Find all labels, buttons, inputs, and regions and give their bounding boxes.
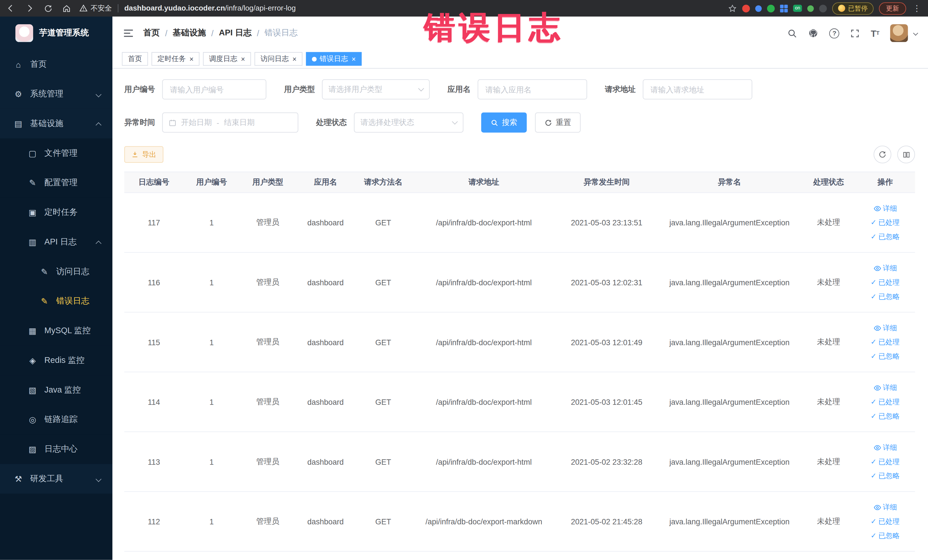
fullscreen-icon[interactable] bbox=[850, 28, 860, 38]
sidebar-menu-item[interactable]: ▨ 日志中心 bbox=[0, 435, 112, 464]
view-tab[interactable]: 首页 bbox=[122, 52, 148, 66]
process-status-select[interactable]: 请选择处理状态 bbox=[354, 112, 464, 133]
mark-processed-link[interactable]: ✓已处理 bbox=[871, 217, 900, 227]
github-icon[interactable] bbox=[808, 28, 819, 38]
detail-link[interactable]: 详细 bbox=[873, 443, 897, 452]
extension-icon-puzzle[interactable] bbox=[819, 5, 827, 12]
sidebar-menu-item[interactable]: ▤ 基础设施 bbox=[0, 109, 112, 139]
sidebar-logo-row[interactable]: 芋道管理系统 bbox=[0, 17, 112, 50]
breadcrumb-item-api-log[interactable]: API 日志 bbox=[219, 28, 252, 38]
view-tab[interactable]: 错误日志 × bbox=[306, 52, 362, 66]
search-button[interactable]: 搜索 bbox=[481, 112, 527, 133]
close-tab-icon[interactable]: × bbox=[189, 55, 194, 63]
mark-processed-link[interactable]: ✓已处理 bbox=[871, 277, 900, 287]
avatar-dropdown-icon[interactable] bbox=[913, 31, 918, 36]
sidebar-menu-item[interactable]: ⚙ 系统管理 bbox=[0, 79, 112, 109]
sidebar-menu-item[interactable]: ⌂ 首页 bbox=[0, 50, 112, 79]
mark-ignored-link[interactable]: ✓已忽略 bbox=[871, 232, 900, 242]
sidebar-menu-item[interactable]: ▦ MySQL 监控 bbox=[0, 316, 112, 346]
detail-link[interactable]: 详细 bbox=[873, 263, 897, 273]
exception-time-range-picker[interactable]: 开始日期 - 结束日期 bbox=[162, 112, 298, 133]
font-size-icon[interactable]: TT bbox=[871, 28, 879, 38]
hamburger-icon[interactable] bbox=[123, 29, 134, 38]
view-tab[interactable]: 调度日志 × bbox=[203, 52, 251, 66]
security-label: 不安全 bbox=[90, 3, 112, 13]
reload-icon[interactable] bbox=[44, 4, 53, 12]
mark-ignored-link[interactable]: ✓已忽略 bbox=[871, 531, 900, 540]
sidebar-menu-item[interactable]: ◈ Redis 监控 bbox=[0, 346, 112, 375]
home-icon[interactable] bbox=[62, 4, 71, 12]
warning-triangle-icon bbox=[79, 4, 88, 12]
view-tab[interactable]: 定时任务 × bbox=[151, 52, 199, 66]
detail-link[interactable]: 详细 bbox=[873, 323, 897, 333]
close-tab-icon[interactable]: × bbox=[351, 55, 356, 63]
detail-link[interactable]: 详细 bbox=[873, 383, 897, 392]
mark-processed-link[interactable]: ✓已处理 bbox=[871, 457, 900, 467]
close-tab-icon[interactable]: × bbox=[241, 55, 245, 63]
cell-log-id: 113 bbox=[124, 457, 183, 466]
check-icon: ✓ bbox=[871, 412, 877, 420]
security-indicator[interactable]: 不安全 bbox=[79, 3, 112, 13]
cell-request-url: /api/infra/db-doc/export-html bbox=[411, 457, 556, 466]
search-icon[interactable] bbox=[788, 28, 797, 38]
help-icon[interactable]: ? bbox=[829, 28, 839, 38]
api-log-icon: ▥ bbox=[27, 237, 38, 247]
main-area: 首页 / 基础设施 / API 日志 / 错误日志 ? bbox=[112, 17, 928, 560]
app-name-input[interactable] bbox=[478, 79, 587, 99]
breadcrumb-item-infrastructure[interactable]: 基础设施 bbox=[173, 28, 206, 38]
sidebar-menu-item[interactable]: ⚒ 研发工具 bbox=[0, 464, 112, 494]
mark-processed-link[interactable]: ✓已处理 bbox=[871, 337, 900, 347]
back-icon[interactable] bbox=[6, 3, 15, 13]
sidebar-menu-item[interactable]: ▥ API 日志 bbox=[0, 227, 112, 257]
sidebar-menu-item[interactable]: ✎ 访问日志 bbox=[0, 257, 112, 287]
extension-icon-on-badge[interactable]: on bbox=[793, 5, 802, 12]
avatar[interactable] bbox=[890, 24, 908, 42]
view-tab[interactable]: 访问日志 × bbox=[255, 52, 302, 66]
cell-user-id: 1 bbox=[183, 457, 240, 466]
profile-paused-badge[interactable]: 已暂停 bbox=[832, 2, 873, 15]
log-center-icon: ▨ bbox=[27, 444, 38, 454]
sidebar-menu-item[interactable]: ▢ 文件管理 bbox=[0, 138, 112, 168]
mysql-monitor-icon: ▦ bbox=[27, 326, 38, 336]
mark-ignored-link[interactable]: ✓已忽略 bbox=[871, 351, 900, 361]
detail-link[interactable]: 详细 bbox=[873, 502, 897, 512]
cell-user-type: 管理员 bbox=[240, 397, 296, 407]
cell-user-id: 1 bbox=[183, 338, 240, 346]
refresh-table-button[interactable] bbox=[873, 145, 891, 163]
forward-icon[interactable] bbox=[25, 3, 34, 13]
mark-processed-link[interactable]: ✓已处理 bbox=[871, 397, 900, 407]
detail-link[interactable]: 详细 bbox=[873, 203, 897, 214]
breadcrumb-item-home[interactable]: 首页 bbox=[143, 28, 160, 38]
cell-actions: 详细 ✓已处理 ✓已忽略 bbox=[855, 323, 915, 362]
user-type-select[interactable]: 请选择用户类型 bbox=[322, 79, 430, 99]
bookmark-star-icon[interactable] bbox=[728, 4, 737, 12]
request-url-input[interactable] bbox=[643, 79, 752, 99]
cell-request-method: GET bbox=[355, 457, 411, 466]
extension-icon-blue[interactable] bbox=[756, 5, 762, 12]
browser-update-button[interactable]: 更新 bbox=[879, 2, 906, 15]
column-visibility-button[interactable] bbox=[897, 145, 915, 163]
url-bar[interactable]: dashboard.yudao.iocoder.cn/infra/log/api… bbox=[124, 4, 296, 12]
sidebar-menu-item[interactable]: ✎ 配置管理 bbox=[0, 168, 112, 198]
sidebar-menu-item[interactable]: ✎ 错误日志 bbox=[0, 287, 112, 316]
chevron-icon bbox=[96, 91, 102, 97]
extension-icon-red[interactable] bbox=[742, 5, 750, 12]
mark-processed-link[interactable]: ✓已处理 bbox=[871, 516, 900, 526]
export-button[interactable]: 导出 bbox=[124, 146, 163, 163]
sidebar-menu-item[interactable]: ◎ 链路追踪 bbox=[0, 405, 112, 435]
mark-ignored-link[interactable]: ✓已忽略 bbox=[871, 471, 900, 481]
extension-icon-green[interactable] bbox=[767, 5, 775, 12]
extension-icon-leaf[interactable] bbox=[807, 5, 814, 12]
mark-ignored-link[interactable]: ✓已忽略 bbox=[871, 291, 900, 302]
close-tab-icon[interactable]: × bbox=[292, 55, 297, 63]
reset-button[interactable]: 重置 bbox=[535, 112, 581, 133]
table-toolbar: 导出 bbox=[124, 145, 915, 163]
config-manage-icon: ✎ bbox=[27, 178, 38, 188]
sidebar-menu-item[interactable]: ▧ Java 监控 bbox=[0, 375, 112, 405]
sidebar-menu-item[interactable]: ▣ 定时任务 bbox=[0, 198, 112, 227]
browser-menu-icon[interactable]: ⋮ bbox=[911, 3, 922, 13]
extension-icon-grid[interactable] bbox=[780, 5, 788, 12]
breadcrumb: 首页 / 基础设施 / API 日志 / 错误日志 bbox=[143, 28, 298, 38]
user-id-input[interactable] bbox=[162, 79, 266, 99]
mark-ignored-link[interactable]: ✓已忽略 bbox=[871, 411, 900, 421]
